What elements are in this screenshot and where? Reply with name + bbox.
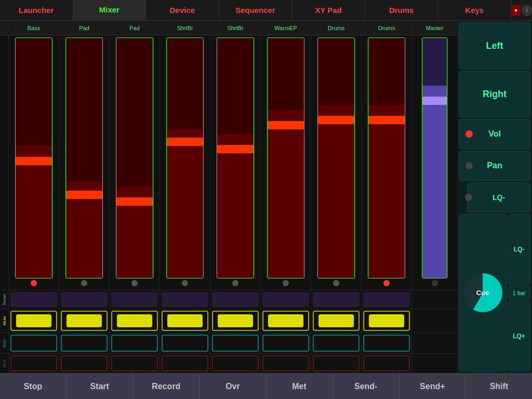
fader-drums1[interactable] [317,37,355,278]
pan-dot-shrtbr1 [182,280,188,286]
fader-shrtbr2[interactable] [217,37,254,278]
arm-cell-6[interactable] [260,354,311,373]
lq-minus-side[interactable]: LQ- [508,214,530,285]
arm-cell-3[interactable] [109,354,159,373]
channel-strip-drums1 [311,35,361,290]
record-indicator: ● [514,7,517,13]
pan-dot [466,162,473,169]
master-strip [411,35,457,290]
solo-master-cell[interactable] [411,333,457,353]
ovr-button[interactable]: Ovr [200,374,266,399]
reset-cell-6[interactable] [260,290,311,309]
solo-cell-1[interactable] [8,333,59,353]
fader-pad1[interactable] [65,37,103,278]
arm-master-cell[interactable] [411,354,457,373]
channel-strip-pad1 [59,35,109,290]
arm-cell-1[interactable] [8,354,59,373]
pan-dot-drums2 [383,280,390,286]
tab-keys[interactable]: Keys [438,0,511,20]
met-button[interactable]: Met [267,374,333,399]
pan-dot-master [432,280,438,286]
mute-cell-7[interactable] [311,309,361,332]
reset-master-cell[interactable] [411,290,457,309]
cue-label: Cue [476,289,489,297]
pan-dot-bass [31,280,37,286]
pan-button[interactable]: Pan [459,151,530,181]
ch-header-master: Master [411,25,457,31]
mute-cell-6[interactable] [260,309,311,332]
tab-xypad[interactable]: XY Pad [292,0,365,20]
lq-plus-side[interactable]: LQ+ [508,301,530,372]
solo-cell-5[interactable] [210,333,260,353]
arm-cell-5[interactable] [210,354,260,373]
shift-button[interactable]: Shift [466,374,532,399]
pan-dot-pad2 [131,280,138,286]
reset-cell-5[interactable] [210,290,260,309]
cue-knob[interactable]: Cue [463,273,502,312]
mute-master-cell[interactable] [411,309,457,332]
reset-cell-4[interactable] [159,290,210,309]
pan-dot-shrtbr2 [232,280,238,286]
right-button[interactable]: Right [459,71,530,117]
fader-bass[interactable] [15,37,52,278]
tab-device[interactable]: Device [146,0,219,20]
pan-dot-pad1 [81,280,87,286]
arm-cell-2[interactable] [59,354,109,373]
solo-cell-4[interactable] [159,333,210,353]
ch-header-shrtbr2: ShrtBr [210,25,260,31]
ch-header-pad2: Pad [109,25,159,31]
channel-strip-bass [8,35,59,290]
cue-section: Cue LQ- 1 bar LQ+ [459,214,530,371]
solo-cell-3[interactable] [109,333,159,353]
mute-cell-3[interactable] [109,309,159,332]
lq-minus-area: LQ- [459,182,530,212]
solo-cell-2[interactable] [59,333,109,353]
arm-cell-7[interactable] [311,354,361,373]
send-plus-button[interactable]: Send+ [400,374,466,399]
solo-cell-6[interactable] [260,333,311,353]
fader-shrtbr1[interactable] [166,37,204,278]
fader-drums2[interactable] [368,37,405,278]
reset-cell-2[interactable] [59,290,109,309]
mute-cell-5[interactable] [210,309,260,332]
start-button[interactable]: Start [66,374,133,399]
mute-cell-8[interactable] [361,309,411,332]
reset-cell-7[interactable] [311,290,361,309]
fader-warmep[interactable] [267,37,304,278]
main-content: Bass Pad Pad ShrtBr ShrtBr WarmEP Drums … [0,21,532,373]
mute-row: Mute [0,309,457,332]
arm-cell-8[interactable] [361,354,411,373]
solo-cell-7[interactable] [311,333,361,353]
tab-launcher[interactable]: Launcher [0,0,73,20]
info-icon[interactable]: i [522,5,532,16]
mute-cell-4[interactable] [159,309,210,332]
vol-dot [466,130,473,138]
record-button[interactable]: Record [133,374,200,399]
tab-mixer[interactable]: Mixer [73,0,147,20]
lq-minus-button[interactable]: LQ- [467,182,530,212]
info-button[interactable]: ● i [511,5,532,16]
left-button[interactable]: Left [459,22,530,69]
reset-row: Reset [0,290,457,309]
tab-drums[interactable]: Drums [365,0,438,20]
reset-cell-8[interactable] [361,290,411,309]
mute-cell-2[interactable] [59,309,109,332]
fader-master[interactable] [422,37,447,278]
tab-sequencer[interactable]: Sequencer [219,0,292,20]
mute-cell-1[interactable] [8,309,59,332]
stop-button[interactable]: Stop [0,374,66,399]
mute-label: Mute [0,309,8,332]
pan-dot-warmep [283,280,289,286]
solo-cell-8[interactable] [361,333,411,353]
send-minus-button[interactable]: Send- [333,374,400,399]
reset-cell-1[interactable] [8,290,59,309]
channel-headers: Bass Pad Pad ShrtBr ShrtBr WarmEP Drums … [0,21,457,35]
mixer-panel: Bass Pad Pad ShrtBr ShrtBr WarmEP Drums … [0,21,457,373]
arm-cell-4[interactable] [159,354,210,373]
ch-header-drums2: Drums [361,25,411,31]
channel-strip-warmep [260,35,311,290]
vol-button[interactable]: Vol [459,119,530,149]
solo-label: Solo [0,333,8,353]
fader-pad2[interactable] [116,37,153,278]
reset-cell-3[interactable] [109,290,159,309]
